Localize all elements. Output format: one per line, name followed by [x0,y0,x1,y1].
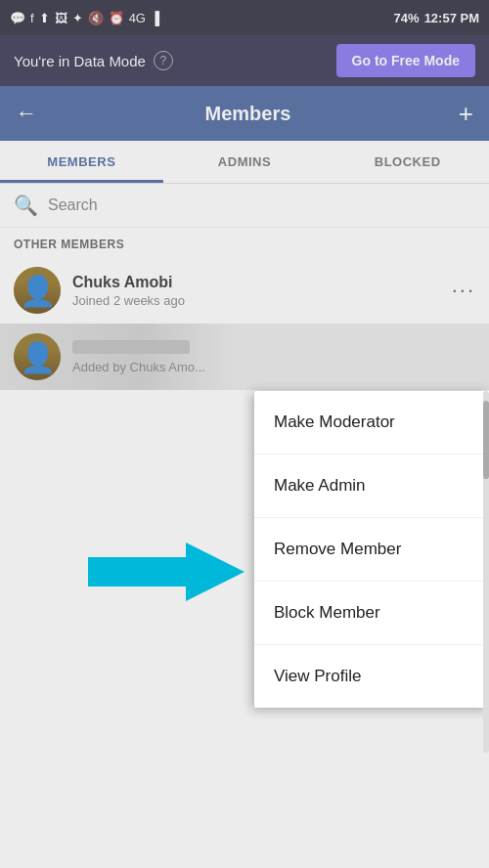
scrollbar-thumb [483,401,489,479]
dropdown-scrollbar[interactable] [483,391,489,753]
remove-member-option[interactable]: Remove Member [254,518,489,582]
dropdown-menu: Make Moderator Make Admin Remove Member … [254,391,489,708]
make-moderator-option[interactable]: Make Moderator [254,391,489,455]
view-profile-option[interactable]: View Profile [254,645,489,708]
make-admin-option[interactable]: Make Admin [254,455,489,518]
block-member-option[interactable]: Block Member [254,582,489,645]
